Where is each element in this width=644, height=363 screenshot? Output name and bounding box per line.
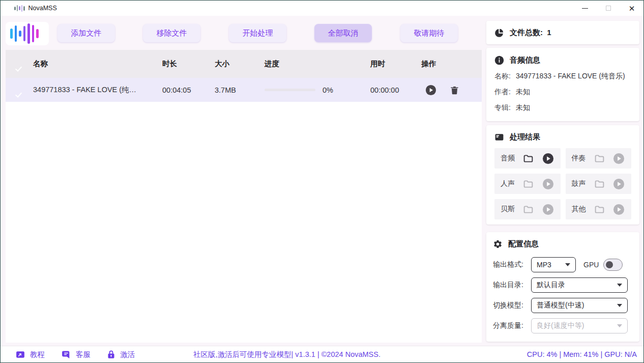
- footer-status-text: 社区版,激活后可使用专业模型| v1.3.1 | ©2024 NovaMSS.: [193, 350, 380, 359]
- close-button[interactable]: ✕: [620, 1, 643, 16]
- model-row: 切换模型: 普通模型(中速): [493, 298, 632, 313]
- header-time-used: 用时: [370, 59, 421, 69]
- audio-info-title: 音频信息: [510, 55, 540, 65]
- activate-link[interactable]: 激活: [107, 349, 135, 359]
- output-dir-value: 默认目录: [537, 281, 565, 290]
- header-actions: 操作: [421, 59, 482, 69]
- field-value: 未知: [516, 88, 530, 97]
- play-circle-icon: [542, 204, 554, 215]
- support-label: 客服: [76, 350, 91, 359]
- play-result-button[interactable]: [613, 153, 625, 164]
- chevron-down-icon: [617, 284, 622, 287]
- results-title-row: 处理结果: [494, 132, 631, 142]
- tutorial-link[interactable]: 教程: [15, 350, 45, 359]
- output-format-select[interactable]: MP3: [531, 257, 576, 272]
- open-folder-button[interactable]: [594, 204, 605, 215]
- logo-bar: [10, 29, 13, 39]
- play-circle-icon: [613, 153, 625, 164]
- field-label: 作者:: [494, 88, 511, 97]
- open-folder-button[interactable]: [594, 153, 605, 164]
- titlebar: NovaMSS ✕: [1, 1, 643, 16]
- gpu-label: GPU: [583, 261, 599, 269]
- minimize-button[interactable]: [573, 1, 597, 16]
- open-folder-button[interactable]: [523, 153, 534, 164]
- play-result-button[interactable]: [542, 178, 554, 190]
- app-title: NovaMSS: [28, 5, 57, 12]
- logo-bar: [32, 25, 35, 42]
- file-count-text: 文件总数: 1: [510, 28, 551, 38]
- table-row: 349771833 - FAKE LOVE (纯音乐) 00:04:05 3.7…: [6, 78, 482, 102]
- play-result-button[interactable]: [542, 153, 554, 164]
- remove-files-button[interactable]: 移除文件: [143, 24, 200, 42]
- quality-label: 分离质量:: [493, 321, 531, 330]
- field-value: 349771833 - FAKE LOVE (纯音乐): [516, 72, 625, 81]
- row-time-used: 00:00:00: [370, 86, 421, 94]
- support-link[interactable]: 客服: [61, 350, 91, 359]
- quality-select: 良好(速度中等): [531, 318, 628, 333]
- play-result-button[interactable]: [613, 178, 625, 190]
- result-label: 贝斯: [501, 205, 515, 214]
- chevron-down-icon: [617, 324, 622, 327]
- row-play-button[interactable]: [425, 85, 436, 96]
- maximize-button[interactable]: [597, 1, 620, 16]
- row-actions-cell: [421, 85, 482, 96]
- info-icon: [494, 55, 504, 65]
- open-folder-button[interactable]: [594, 179, 605, 189]
- footer-system-stats: CPU: 4% | Mem: 41% | GPU: N/A: [527, 350, 637, 358]
- play-result-button[interactable]: [542, 204, 554, 215]
- logo-bar: [15, 25, 17, 42]
- wallet-icon: [494, 132, 504, 142]
- play-result-button[interactable]: [613, 204, 625, 215]
- trash-icon: [450, 85, 459, 95]
- open-folder-button[interactable]: [523, 179, 534, 189]
- file-table: 名称 时长 大小 进度 用时 操作 349771833 - FAKE LOVE …: [6, 50, 482, 343]
- folder-icon: [523, 204, 534, 215]
- folder-icon: [594, 153, 605, 164]
- app-waveform-icon: [14, 5, 25, 12]
- config-card: 配置信息 输出格式: MP3 GPU 输出目录: 默认目录 切换模型: 普通模型…: [486, 232, 639, 342]
- start-processing-button[interactable]: 开始处理: [229, 24, 286, 42]
- result-item-other: 其他: [566, 199, 632, 219]
- field-value: 未知: [516, 103, 530, 113]
- file-count-label: 文件总数:: [510, 28, 543, 37]
- result-item-bass: 贝斯: [494, 199, 561, 219]
- model-select[interactable]: 普通模型(中速): [531, 298, 628, 313]
- model-value: 普通模型(中速): [537, 301, 584, 310]
- footer-links: 教程 客服 激活: [1, 349, 135, 359]
- gear-icon: [493, 239, 503, 249]
- minimize-icon: [582, 8, 588, 9]
- header-size: 大小: [215, 59, 265, 69]
- file-count-card: 文件总数: 1: [486, 21, 639, 44]
- coming-soon-button[interactable]: 敬请期待: [400, 24, 458, 42]
- row-name: 349771833 - FAKE LOVE (纯音乐): [33, 85, 162, 95]
- chevron-down-icon: [565, 263, 570, 266]
- cancel-all-button[interactable]: 全部取消: [314, 24, 372, 42]
- result-item-audio: 音频: [494, 148, 561, 169]
- add-files-button[interactable]: 添加文件: [57, 24, 115, 42]
- result-item-vocals: 人声: [494, 174, 561, 194]
- header-name: 名称: [33, 59, 162, 69]
- output-format-value: MP3: [537, 261, 551, 269]
- table-header-row: 名称 时长 大小 进度 用时 操作: [6, 50, 482, 78]
- app-logo: [6, 22, 49, 45]
- audio-info-title-row: 音频信息: [494, 55, 631, 65]
- header-progress: 进度: [265, 59, 370, 69]
- result-label: 其他: [572, 205, 586, 214]
- row-delete-button[interactable]: [450, 85, 459, 95]
- gpu-toggle[interactable]: [603, 259, 623, 271]
- progress-label: 0%: [323, 86, 333, 94]
- toggle-knob: [606, 261, 613, 268]
- quality-row: 分离质量: 良好(速度中等): [493, 318, 632, 333]
- folder-icon: [594, 179, 605, 189]
- play-circle-icon: [613, 178, 625, 190]
- folder-icon: [594, 204, 605, 215]
- output-dir-select[interactable]: 默认目录: [531, 277, 628, 293]
- window-controls: ✕: [573, 1, 643, 16]
- quality-value: 良好(速度中等): [537, 321, 584, 330]
- file-count-value: 1: [547, 28, 551, 37]
- logo-bar: [19, 31, 21, 37]
- field-label: 专辑:: [494, 103, 511, 113]
- logo-bar: [36, 29, 39, 38]
- novamss-window: { "app": { "title": "NovaMSS" }, "toolba…: [0, 0, 644, 363]
- open-folder-button[interactable]: [523, 204, 534, 215]
